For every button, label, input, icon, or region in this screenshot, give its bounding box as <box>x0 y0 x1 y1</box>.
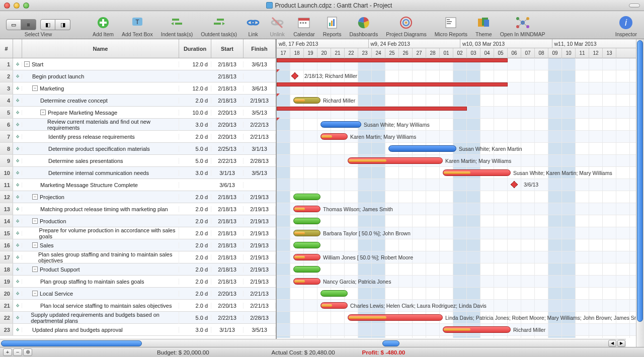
gantt-bar[interactable]: Richard Miller <box>443 326 511 333</box>
scroll-right-icon[interactable]: ▶ <box>617 340 625 347</box>
task-name-cell[interactable]: −Product Support <box>22 266 179 273</box>
start-cell[interactable]: 2/18/13 <box>211 254 244 260</box>
duration-cell[interactable]: 2.0 d <box>179 291 211 297</box>
finish-cell[interactable]: 2/19/13 <box>244 279 276 285</box>
start-cell[interactable]: 2/18/13 <box>211 230 244 236</box>
start-cell[interactable]: 3/1/13 <box>211 170 244 176</box>
table-row[interactable]: 16❖−Sales2.0 d2/18/132/19/13 <box>0 239 276 251</box>
start-cell[interactable]: 2/20/13 <box>211 291 244 297</box>
duration-cell[interactable]: 10.0 d <box>179 110 211 116</box>
duration-cell[interactable]: 3.0 d <box>179 170 211 176</box>
duration-cell[interactable]: 2.0 d <box>179 279 211 285</box>
table-row[interactable]: 21❖Plan local service staffing to mainta… <box>0 300 276 312</box>
task-name-cell[interactable]: Determine internal communication needs <box>22 170 179 176</box>
duration-cell[interactable]: 5.0 d <box>179 158 211 164</box>
task-name-cell[interactable]: Determine sales presentations <box>22 158 179 164</box>
milestone-icon[interactable] <box>511 181 518 188</box>
task-name-cell[interactable]: Updated plans and budgets approval <box>22 327 179 333</box>
table-row[interactable]: 14❖−Production2.0 d2/18/132/19/13 <box>0 215 276 227</box>
gantt-bar[interactable]: William Jones [ 50.0 %]; Robert Moore <box>293 254 320 260</box>
finish-cell[interactable]: 3/5/13 <box>244 327 276 333</box>
table-row[interactable]: 9❖Determine sales presentations5.0 d2/22… <box>0 155 276 167</box>
expand-toggle[interactable]: − <box>40 110 46 115</box>
finish-cell[interactable]: 2/19/13 <box>244 254 276 260</box>
finish-cell[interactable]: 3/6/13 <box>244 85 276 92</box>
start-cell[interactable]: 2/20/13 <box>211 122 244 128</box>
duration-cell[interactable]: 3.0 d <box>179 122 211 128</box>
gantt-bar[interactable]: Susan White; Karen Martin; Mary Williams <box>443 169 511 176</box>
link-button[interactable]: Link <box>241 11 265 39</box>
finish-cell[interactable]: 2/19/13 <box>244 266 276 273</box>
finish-cell[interactable]: 2/19/13 <box>244 218 276 224</box>
gantt-bar[interactable] <box>293 242 320 248</box>
task-name-cell[interactable]: Plan sales group staffing and training t… <box>22 251 179 263</box>
gantt-bar[interactable] <box>293 266 320 273</box>
gantt-bar[interactable] <box>320 290 348 297</box>
table-row[interactable]: 12❖−Projection2.0 d2/18/132/19/13 <box>0 191 276 203</box>
task-name-cell[interactable]: −Production <box>22 218 179 224</box>
task-name-cell[interactable]: Begin product launch <box>22 73 179 79</box>
gantt-bar[interactable]: Richard Miller <box>293 97 320 104</box>
duration-cell[interactable]: 2.0 d <box>179 303 211 309</box>
table-row[interactable]: 3❖−Marketing12.0 d2/18/133/6/13 <box>0 82 276 95</box>
start-cell[interactable]: 2/18/13 <box>211 61 244 67</box>
zoom-window-button[interactable] <box>23 3 29 9</box>
expand-toggle[interactable]: − <box>32 218 38 224</box>
duration-cell[interactable]: 12.0 d <box>179 85 211 92</box>
add-row-button[interactable]: + <box>3 348 12 356</box>
task-name-cell[interactable]: Determine product specification material… <box>22 146 179 152</box>
start-cell[interactable]: 2/18/13 <box>211 85 244 92</box>
micro-reports-button[interactable]: Micro Reports <box>431 11 471 39</box>
window-pill-button[interactable] <box>629 4 640 8</box>
start-cell[interactable]: 2/25/13 <box>211 146 244 152</box>
finish-cell[interactable]: 2/19/13 <box>244 98 276 104</box>
task-name-cell[interactable]: Identify press release requirements <box>22 134 179 140</box>
table-row[interactable]: 20❖−Local Service2.0 d2/20/132/21/13 <box>0 288 276 300</box>
task-name-cell[interactable]: −Marketing <box>22 85 179 92</box>
table-row[interactable]: 1❖−Start12.0 d2/18/133/6/13 <box>0 58 276 70</box>
table-row[interactable]: 4❖Determine creative concept2.0 d2/18/13… <box>0 95 276 107</box>
minimize-window-button[interactable] <box>14 3 20 9</box>
finish-cell[interactable]: 2/19/13 <box>244 206 276 212</box>
milestone-icon[interactable] <box>291 72 298 79</box>
finish-cell[interactable]: 2/19/13 <box>244 230 276 236</box>
finish-cell[interactable]: 2/19/13 <box>244 194 276 200</box>
task-name-cell[interactable]: Determine creative concept <box>22 98 179 104</box>
table-row[interactable]: 17❖Plan sales group staffing and trainin… <box>0 251 276 263</box>
duration-cell[interactable]: 2.0 d <box>179 230 211 236</box>
finish-cell[interactable]: 3/6/13 <box>244 61 276 67</box>
view-detail-1[interactable]: ◧ <box>40 19 55 30</box>
scroll-left-icon[interactable]: ◀ <box>608 340 616 347</box>
start-cell[interactable]: 2/18/13 <box>211 206 244 212</box>
table-row[interactable]: 6❖Review current materials and find out … <box>0 119 276 131</box>
table-row[interactable]: 7❖Identify press release requirements2.0… <box>0 131 276 143</box>
view-mode-list[interactable]: ▭ <box>6 19 21 30</box>
task-name-cell[interactable]: Matching product release timing with mar… <box>22 206 179 212</box>
inspector-button[interactable]: i Inspector <box>611 11 641 39</box>
start-cell[interactable]: 2/18/13 <box>211 98 244 104</box>
view-mode-gantt[interactable]: ≡ <box>21 19 36 30</box>
table-row[interactable]: 22❖Supply updated requirements and budge… <box>0 312 276 324</box>
view-mode-segment[interactable]: ▭ ≡ <box>6 19 36 30</box>
gantt-bar[interactable] <box>277 58 508 62</box>
duration-cell[interactable]: 3.0 d <box>179 327 211 333</box>
start-cell[interactable]: 2/18/13 <box>211 242 244 248</box>
start-cell[interactable]: 2/20/13 <box>211 134 244 140</box>
task-name-cell[interactable]: Marketing Message Structure Complete <box>22 182 179 188</box>
right-hscrollbar[interactable]: ◀ ▶ <box>277 339 626 347</box>
add-text-box-button[interactable]: T Add Text Box <box>118 11 157 39</box>
theme-button[interactable]: Theme <box>471 11 496 39</box>
table-row[interactable]: 5❖−Prepare Marketing Message10.0 d2/20/1… <box>0 107 276 119</box>
gantt-bar[interactable]: Karen Martin; Mary Williams <box>320 133 348 140</box>
duration-cell[interactable]: 2.0 d <box>179 218 211 224</box>
duration-cell[interactable]: 12.0 d <box>179 61 211 67</box>
table-row[interactable]: 18❖−Product Support2.0 d2/18/132/19/13 <box>0 263 276 276</box>
duration-cell[interactable]: 5.0 d <box>179 146 211 152</box>
table-row[interactable]: 8❖Determine product specification materi… <box>0 143 276 155</box>
duration-cell[interactable]: 2.0 d <box>179 194 211 200</box>
view-detail-2[interactable]: ◨ <box>55 19 70 30</box>
task-name-cell[interactable]: −Start <box>22 61 179 67</box>
start-cell[interactable]: 2/22/13 <box>211 158 244 164</box>
start-cell[interactable]: 2/18/13 <box>211 266 244 273</box>
finish-cell[interactable]: 2/21/13 <box>244 303 276 309</box>
